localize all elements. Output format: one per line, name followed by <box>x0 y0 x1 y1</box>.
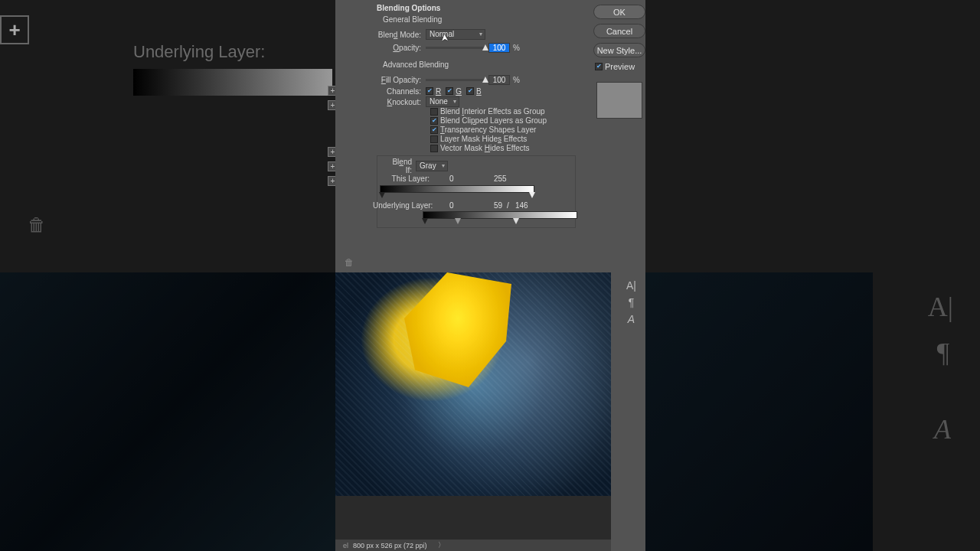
layer-style-dialog: Blending Options General Blending Blend … <box>335 0 584 272</box>
knockout-label: Knockout: <box>357 98 426 106</box>
opacity-label: Opacity: <box>357 44 426 52</box>
channel-b-checkbox[interactable] <box>466 87 474 95</box>
mouse-cursor-icon <box>439 31 449 44</box>
underlying-low: 0 <box>449 201 454 210</box>
preview-swatch <box>596 82 642 119</box>
blend-clipped-checkbox[interactable] <box>430 117 438 125</box>
blend-mode-label: Blend Mode: <box>357 31 426 39</box>
underlying-split-right-slider[interactable] <box>513 218 519 224</box>
underlying-split-left-slider[interactable] <box>455 218 461 224</box>
bg-canvas-right <box>643 272 873 551</box>
glyphs-panel-icon: A <box>934 413 951 445</box>
ok-button[interactable]: OK <box>593 5 645 19</box>
underlying-mid: 59 <box>494 201 502 210</box>
this-layer-track[interactable] <box>380 185 534 193</box>
fill-opacity-slider[interactable] <box>426 79 485 81</box>
status-bar: el 800 px x 526 px (72 ppi) 〉 <box>335 540 611 551</box>
channel-r-label: R <box>436 87 441 96</box>
delete-style-icon[interactable]: 🗑 <box>345 257 354 268</box>
underlying-black-slider[interactable] <box>422 218 428 224</box>
vector-mask-hides-checkbox[interactable] <box>430 145 438 152</box>
paragraph-panel-icon: ¶ <box>937 337 949 369</box>
blend-if-label: Blend If: <box>388 158 416 174</box>
bg-trash-icon: 🗑 <box>28 214 46 236</box>
channels-label: Channels: <box>357 87 426 96</box>
blending-options-title: Blending Options <box>377 4 440 12</box>
layer-mask-hides-label: Layer Mask Hides Effects <box>440 135 527 143</box>
fill-opacity-label: Fill Opacity: <box>357 76 426 84</box>
this-black-slider[interactable] <box>379 192 385 198</box>
this-layer-low: 0 <box>449 174 454 183</box>
opacity-input[interactable]: 100 <box>488 43 510 53</box>
cancel-button[interactable]: Cancel <box>593 24 645 38</box>
this-white-slider[interactable] <box>529 192 535 198</box>
blend-if-select[interactable]: Gray <box>416 161 448 171</box>
character-icon[interactable]: A| <box>626 279 636 292</box>
transparency-shapes-checkbox[interactable] <box>430 126 438 134</box>
bg-underlying-label: Underlying Layer: <box>133 42 265 62</box>
blend-if-group: Blend If: Gray This Layer: 0 255 Underly… <box>377 155 576 228</box>
character-panel-icon: A| <box>928 291 953 323</box>
advanced-blending-heading: Advanced Blending <box>383 60 449 69</box>
transparency-shapes-label: Transparency Shapes Layer <box>440 126 536 134</box>
bg-canvas-left <box>0 272 337 551</box>
glyphs-icon[interactable]: A <box>628 313 635 325</box>
dialog-buttons: OK Cancel New Style... Preview <box>593 5 645 119</box>
status-dimensions: 800 px x 526 px (72 ppi) <box>353 542 427 549</box>
underlying-sep: / <box>507 201 509 210</box>
opacity-slider[interactable] <box>426 47 485 49</box>
this-layer-high: 255 <box>494 174 507 183</box>
blend-interior-label: Blend Interior Effects as Group <box>440 107 545 116</box>
channel-r-checkbox[interactable] <box>426 87 433 95</box>
type-panel-icons: A| ¶ A <box>626 279 636 325</box>
layer-mask-hides-checkbox[interactable] <box>430 135 438 143</box>
channel-g-label: G <box>456 87 462 96</box>
channel-g-checkbox[interactable] <box>446 87 453 95</box>
this-layer-label: This Layer: <box>388 174 434 183</box>
bg-gradient-track <box>133 69 332 96</box>
underlying-layer-label: Underlying Layer: <box>373 201 434 210</box>
channel-b-label: B <box>476 87 482 96</box>
status-chevron-icon[interactable]: 〉 <box>438 540 445 550</box>
canvas-pasteboard <box>335 496 611 542</box>
center-column: Blending Options General Blending Blend … <box>335 0 645 551</box>
status-prefix: el <box>343 542 348 549</box>
fill-opacity-unit: % <box>513 76 520 84</box>
new-style-button[interactable]: New Style... <box>593 43 645 57</box>
vector-mask-hides-label: Vector Mask Hides Effects <box>440 144 530 152</box>
paragraph-icon[interactable]: ¶ <box>629 296 635 308</box>
general-blending-heading: General Blending <box>383 15 442 24</box>
blend-mode-select[interactable]: Normal <box>426 29 485 40</box>
blend-interior-checkbox[interactable] <box>430 108 438 116</box>
add-effect-box: + <box>0 15 29 44</box>
preview-label: Preview <box>605 62 635 71</box>
blend-clipped-label: Blend Clipped Layers as Group <box>440 116 547 125</box>
preview-checkbox[interactable] <box>595 63 603 70</box>
fill-opacity-input[interactable]: 100 <box>488 75 510 85</box>
underlying-track[interactable] <box>423 211 577 219</box>
document-canvas[interactable] <box>335 272 611 496</box>
opacity-unit: % <box>513 44 520 52</box>
underlying-high: 146 <box>515 201 528 210</box>
knockout-select[interactable]: None <box>426 96 459 107</box>
